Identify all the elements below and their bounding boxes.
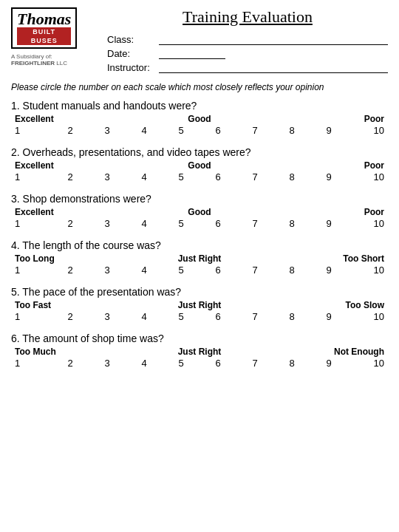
question-5-section: 5. The pace of the presentation was?Too … bbox=[11, 286, 388, 322]
logo-block: Thomas BUILT BUSES A Subsidiary of: FREI… bbox=[11, 7, 92, 66]
question-6-number-4[interactable]: 4 bbox=[126, 358, 163, 369]
question-4-numbers: 12345678910 bbox=[11, 265, 388, 276]
date-label: Date: bbox=[107, 48, 159, 59]
question-1-section: 1. Student manuals and handouts were?Exc… bbox=[11, 100, 388, 136]
question-1-number-10[interactable]: 10 bbox=[347, 125, 384, 136]
title-block: Training Evaluation Class: Date: Instruc… bbox=[107, 7, 388, 76]
question-4-number-1[interactable]: 1 bbox=[15, 265, 52, 276]
question-2-number-9[interactable]: 9 bbox=[310, 171, 347, 183]
question-5-number-8[interactable]: 8 bbox=[273, 311, 310, 322]
question-6-number-3[interactable]: 3 bbox=[89, 358, 126, 369]
instructor-line[interactable] bbox=[159, 63, 388, 73]
subsidiary-label: A Subsidiary of: FREIGHTLINER LLC bbox=[11, 53, 92, 66]
question-6-mid-label: Just Right bbox=[138, 347, 262, 357]
question-5-number-6[interactable]: 6 bbox=[200, 311, 236, 322]
question-6-number-2[interactable]: 2 bbox=[52, 358, 89, 369]
built-label: BUILT bbox=[17, 27, 71, 36]
question-1-number-1[interactable]: 1 bbox=[15, 125, 52, 136]
question-2-number-10[interactable]: 10 bbox=[347, 171, 384, 183]
question-6-number-1[interactable]: 1 bbox=[15, 358, 52, 369]
instructor-label: Instructor: bbox=[107, 62, 159, 73]
question-3-number-4[interactable]: 4 bbox=[126, 218, 163, 229]
question-5-number-1[interactable]: 1 bbox=[15, 311, 52, 322]
question-2-section: 2. Overheads, presentations, and video t… bbox=[11, 146, 388, 183]
question-2-number-6[interactable]: 6 bbox=[200, 171, 236, 183]
question-2-number-3[interactable]: 3 bbox=[89, 171, 126, 183]
question-1-number-2[interactable]: 2 bbox=[52, 125, 89, 136]
question-4-number-7[interactable]: 7 bbox=[236, 265, 273, 276]
question-2-number-8[interactable]: 8 bbox=[273, 171, 310, 183]
question-4-number-10[interactable]: 10 bbox=[347, 265, 384, 276]
logo-box: Thomas BUILT BUSES bbox=[11, 7, 77, 49]
question-5-number-3[interactable]: 3 bbox=[89, 311, 126, 322]
question-6-number-5[interactable]: 5 bbox=[163, 358, 200, 369]
question-3-number-8[interactable]: 8 bbox=[273, 218, 310, 229]
question-2-number-7[interactable]: 7 bbox=[236, 171, 273, 183]
question-6-section: 6. The amount of shop time was?Too MuchJ… bbox=[11, 332, 388, 369]
question-1-labels: ExcellentGoodPoor bbox=[11, 114, 388, 124]
question-3-number-10[interactable]: 10 bbox=[347, 218, 384, 229]
question-3-text: 3. Shop demonstrations were? bbox=[11, 193, 388, 205]
question-2-number-4[interactable]: 4 bbox=[126, 171, 163, 183]
question-4-number-8[interactable]: 8 bbox=[273, 265, 310, 276]
question-3-number-6[interactable]: 6 bbox=[200, 218, 236, 229]
question-6-text: 6. The amount of shop time was? bbox=[11, 332, 388, 344]
question-5-right-label: Too Slow bbox=[261, 300, 384, 310]
question-2-mid-label: Good bbox=[138, 160, 262, 171]
question-6-labels: Too MuchJust RightNot Enough bbox=[11, 347, 388, 357]
date-field-row: Date: bbox=[107, 48, 388, 59]
question-6-number-7[interactable]: 7 bbox=[236, 358, 273, 369]
question-6-right-label: Not Enough bbox=[261, 347, 384, 357]
question-3-section: 3. Shop demonstrations were?ExcellentGoo… bbox=[11, 193, 388, 229]
question-5-number-2[interactable]: 2 bbox=[52, 311, 89, 322]
question-6-number-6[interactable]: 6 bbox=[200, 358, 236, 369]
question-3-number-5[interactable]: 5 bbox=[163, 218, 200, 229]
question-4-number-6[interactable]: 6 bbox=[200, 265, 236, 276]
question-5-number-10[interactable]: 10 bbox=[347, 311, 384, 322]
question-6-number-10[interactable]: 10 bbox=[347, 358, 384, 369]
llc-label: LLC bbox=[56, 60, 67, 66]
question-1-text: 1. Student manuals and handouts were? bbox=[11, 100, 388, 112]
question-3-mid-label: Good bbox=[138, 207, 262, 217]
question-1-number-3[interactable]: 3 bbox=[89, 125, 126, 136]
header: Thomas BUILT BUSES A Subsidiary of: FREI… bbox=[11, 7, 388, 76]
question-6-number-9[interactable]: 9 bbox=[310, 358, 347, 369]
question-1-numbers: 12345678910 bbox=[11, 125, 388, 136]
question-2-number-1[interactable]: 1 bbox=[15, 171, 52, 183]
question-2-number-2[interactable]: 2 bbox=[52, 171, 89, 183]
question-1-number-6[interactable]: 6 bbox=[200, 125, 236, 136]
page-title: Training Evaluation bbox=[107, 7, 388, 27]
question-4-number-5[interactable]: 5 bbox=[163, 265, 200, 276]
question-3-number-1[interactable]: 1 bbox=[15, 218, 52, 229]
question-3-number-9[interactable]: 9 bbox=[310, 218, 347, 229]
class-line[interactable] bbox=[159, 35, 388, 45]
question-4-number-4[interactable]: 4 bbox=[126, 265, 163, 276]
question-6-numbers: 12345678910 bbox=[11, 358, 388, 369]
question-2-labels: ExcellentGoodPoor bbox=[11, 160, 388, 171]
question-1-number-4[interactable]: 4 bbox=[126, 125, 163, 136]
question-3-number-3[interactable]: 3 bbox=[89, 218, 126, 229]
question-5-number-4[interactable]: 4 bbox=[126, 311, 163, 322]
question-4-number-3[interactable]: 3 bbox=[89, 265, 126, 276]
question-5-text: 5. The pace of the presentation was? bbox=[11, 286, 388, 298]
question-1-number-8[interactable]: 8 bbox=[273, 125, 310, 136]
question-1-number-9[interactable]: 9 bbox=[310, 125, 347, 136]
question-3-number-2[interactable]: 2 bbox=[52, 218, 89, 229]
question-1-number-5[interactable]: 5 bbox=[163, 125, 200, 136]
question-5-number-9[interactable]: 9 bbox=[310, 311, 347, 322]
question-4-number-9[interactable]: 9 bbox=[310, 265, 347, 276]
instructor-field-row: Instructor: bbox=[107, 62, 388, 73]
question-2-number-5[interactable]: 5 bbox=[163, 171, 200, 183]
date-line[interactable] bbox=[159, 49, 225, 59]
question-5-number-5[interactable]: 5 bbox=[163, 311, 200, 322]
question-4-number-2[interactable]: 2 bbox=[52, 265, 89, 276]
question-1-number-7[interactable]: 7 bbox=[236, 125, 273, 136]
question-6-number-8[interactable]: 8 bbox=[273, 358, 310, 369]
question-4-right-label: Too Short bbox=[261, 253, 384, 264]
question-3-number-7[interactable]: 7 bbox=[236, 218, 273, 229]
class-label: Class: bbox=[107, 34, 159, 45]
question-5-number-7[interactable]: 7 bbox=[236, 311, 273, 322]
instruction-text: Please circle the number on each scale w… bbox=[11, 82, 388, 92]
question-4-left-label: Too Long bbox=[15, 253, 138, 264]
question-1-mid-label: Good bbox=[138, 114, 262, 124]
